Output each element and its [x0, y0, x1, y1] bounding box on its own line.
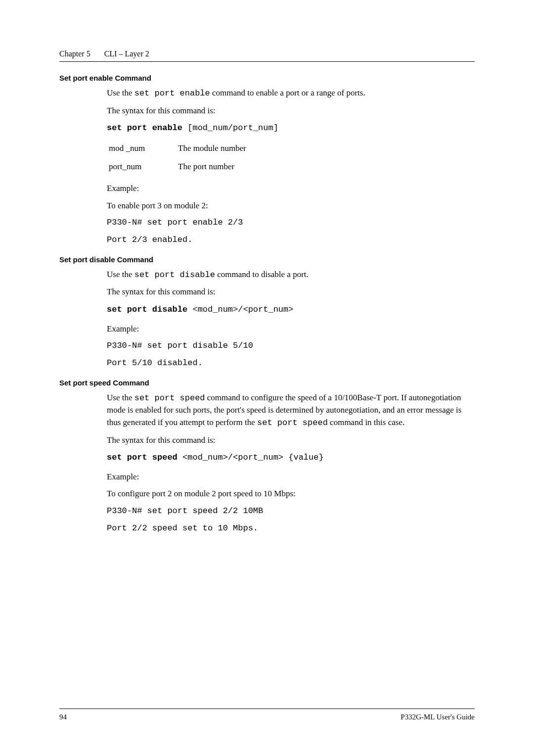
- speed-intro: Use the set port speed command to config…: [107, 392, 475, 429]
- example-label: Example:: [107, 183, 475, 195]
- params-table: mod _num The module number port_num The …: [109, 140, 246, 176]
- page-number: 94: [59, 713, 67, 721]
- page: Chapter 5 CLI – Layer 2 Set port enable …: [0, 0, 534, 756]
- example-label: Example:: [107, 471, 475, 483]
- text: Use the: [107, 270, 134, 279]
- guide-title: P332G-ML User's Guide: [400, 713, 475, 721]
- chapter-title: CLI – Layer 2: [104, 49, 149, 58]
- text: command to disable a port.: [215, 270, 309, 279]
- syntax-cmd: set port disable: [107, 305, 187, 314]
- syntax-line: set port speed <mod_num>/<port_num> {val…: [107, 451, 475, 464]
- param-name: mod _num: [109, 140, 178, 158]
- table-row: port_num The port number: [109, 158, 246, 176]
- example-output: Port 2/2 speed set to 10 Mbps.: [107, 522, 475, 535]
- section-title-disable: Set port disable Command: [59, 255, 475, 264]
- example-output: Port 5/10 disabled.: [107, 357, 475, 370]
- syntax-args: <mod_num>/<port_num>: [187, 305, 293, 314]
- chapter-number: Chapter 5: [59, 49, 90, 58]
- enable-intro: Use the set port enable command to enabl…: [107, 87, 475, 100]
- disable-intro: Use the set port disable command to disa…: [107, 269, 475, 282]
- inline-command: set port speed: [134, 393, 205, 403]
- inline-command: set port enable: [134, 89, 210, 98]
- example-desc: To configure port 2 on module 2 port spe…: [107, 488, 475, 500]
- inline-command: set port disable: [134, 270, 215, 280]
- syntax-cmd: set port speed: [107, 453, 178, 462]
- example-label: Example:: [107, 323, 475, 335]
- param-desc: The port number: [178, 158, 246, 176]
- table-row: mod _num The module number: [109, 140, 246, 158]
- header-rule: [59, 61, 475, 62]
- text: command to enable a port or a range of p…: [210, 88, 365, 97]
- chapter-header: Chapter 5 CLI – Layer 2: [59, 49, 475, 58]
- example-cmd: P330-N# set port speed 2/2 10MB: [107, 505, 475, 518]
- footer-row: 94 P332G-ML User's Guide: [59, 713, 475, 721]
- text: Use the: [107, 88, 134, 97]
- param-name: port_num: [109, 158, 178, 176]
- example-cmd: P330-N# set port enable 2/3: [107, 217, 475, 229]
- param-desc: The module number: [178, 140, 246, 158]
- section-body-enable: Use the set port enable command to enabl…: [107, 87, 475, 246]
- footer-rule: [59, 709, 475, 709]
- syntax-cmd: set port enable: [107, 123, 182, 133]
- example-desc: To enable port 3 on module 2:: [107, 200, 475, 212]
- text: Use the: [107, 393, 134, 402]
- syntax-args: <mod_num>/<port_num> {value}: [178, 453, 324, 462]
- inline-command: set port speed: [257, 418, 328, 427]
- section-body-speed: Use the set port speed command to config…: [107, 392, 475, 535]
- syntax-label: The syntax for this command is:: [107, 434, 475, 447]
- text: command in this case.: [328, 418, 404, 427]
- syntax-line: set port disable <mod_num>/<port_num>: [107, 303, 475, 316]
- footer: 94 P332G-ML User's Guide: [59, 705, 475, 721]
- syntax-line: set port enable [mod_num/port_num]: [107, 122, 475, 135]
- section-body-disable: Use the set port disable command to disa…: [107, 269, 475, 370]
- example-cmd: P330-N# set port disable 5/10: [107, 340, 475, 352]
- section-title-speed: Set port speed Command: [59, 378, 475, 387]
- syntax-label: The syntax for this command is:: [107, 286, 475, 298]
- example-output: Port 2/3 enabled.: [107, 234, 475, 246]
- syntax-label: The syntax for this command is:: [107, 105, 475, 117]
- section-title-enable: Set port enable Command: [59, 74, 475, 82]
- syntax-args: [mod_num/port_num]: [182, 123, 278, 133]
